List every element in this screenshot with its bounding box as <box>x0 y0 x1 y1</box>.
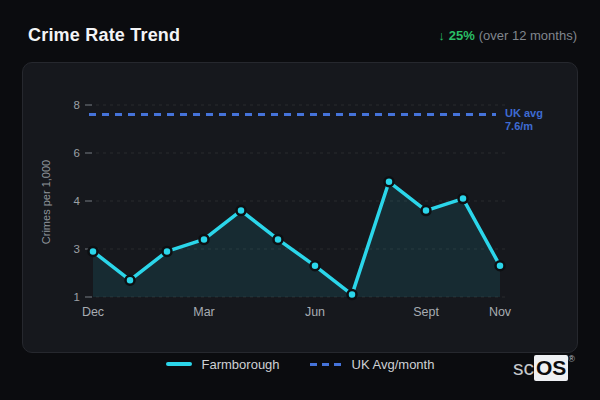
trend-caption: (over 12 months) <box>479 28 577 43</box>
chart-legend: Farmborough UK Avg/month <box>0 352 600 376</box>
svg-text:4: 4 <box>74 195 81 207</box>
page-title: Crime Rate Trend <box>28 25 180 46</box>
logo-os-badge: OS <box>534 355 568 381</box>
chart-card: 13468DecMarJunSeptNovCrimes per 1,000UK … <box>22 62 578 353</box>
legend-label-uk-avg: UK Avg/month <box>352 357 435 372</box>
svg-text:UK avg7.6/m: UK avg7.6/m <box>505 107 543 132</box>
scos-logo: sc OS ® <box>513 354 575 382</box>
svg-text:6: 6 <box>74 147 80 159</box>
trend-stat: ↓ 25% (over 12 months) <box>438 28 577 43</box>
registered-trademark-icon: ® <box>568 354 575 364</box>
trend-percent: 25% <box>449 28 475 43</box>
svg-text:Dec: Dec <box>82 305 104 319</box>
crime-trend-chart: 13468DecMarJunSeptNovCrimes per 1,000UK … <box>23 63 577 352</box>
trend-down-arrow-icon: ↓ <box>438 28 445 43</box>
svg-text:Mar: Mar <box>193 305 215 319</box>
svg-text:Sept: Sept <box>413 305 439 319</box>
logo-prefix: sc <box>513 356 534 380</box>
svg-text:Jun: Jun <box>305 305 325 319</box>
svg-text:3: 3 <box>74 243 80 255</box>
svg-text:1: 1 <box>74 291 80 303</box>
svg-text:8: 8 <box>74 99 80 111</box>
farmborough-line-swatch <box>166 362 192 366</box>
legend-item-farmborough: Farmborough <box>166 357 280 372</box>
legend-label-farmborough: Farmborough <box>202 357 280 372</box>
header: Crime Rate Trend ↓ 25% (over 12 months) <box>28 22 577 48</box>
legend-item-uk-avg: UK Avg/month <box>310 357 435 372</box>
svg-text:Nov: Nov <box>489 305 512 319</box>
svg-text:Crimes per 1,000: Crimes per 1,000 <box>40 160 52 244</box>
uk-avg-dashed-swatch <box>310 363 342 366</box>
